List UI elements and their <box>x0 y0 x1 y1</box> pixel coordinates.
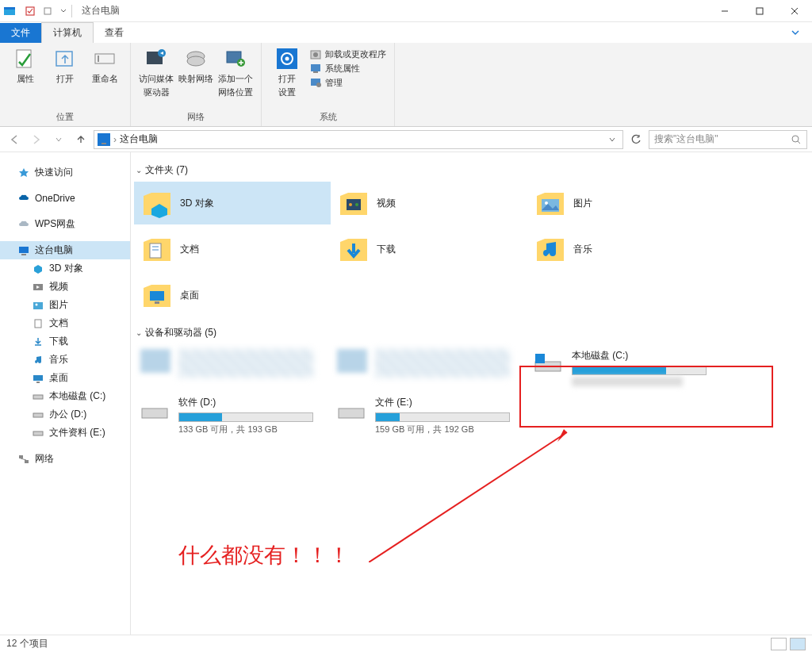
nav-back-button[interactable] <box>5 130 24 149</box>
qat-item-icon[interactable] <box>43 6 52 16</box>
ribbon-rename-button[interactable]: 重命名 <box>87 46 122 85</box>
media-icon <box>144 46 169 71</box>
qat-dropdown-icon[interactable] <box>60 8 67 14</box>
svg-line-47 <box>21 458 26 460</box>
drive-item-blurred-2[interactable] <box>331 344 527 391</box>
sidebar-item-music[interactable]: 音乐 <box>0 351 130 369</box>
folder-pictures[interactable]: 图片 <box>527 182 724 224</box>
folder-videos[interactable]: 视频 <box>331 182 527 224</box>
search-input[interactable]: 搜索"这台电脑" <box>649 130 807 149</box>
sidebar-item-drive-e[interactable]: 文件资料 (E:) <box>0 424 130 442</box>
view-large-icons-button[interactable] <box>790 638 806 650</box>
nav-recent-dropdown[interactable] <box>49 130 68 149</box>
sidebar-wps[interactable]: WPS网盘 <box>0 215 130 233</box>
search-icon <box>791 134 802 145</box>
svg-line-32 <box>798 141 800 144</box>
tab-file[interactable]: 文件 <box>0 23 41 43</box>
sidebar-item-downloads[interactable]: 下载 <box>0 332 130 351</box>
svg-point-37 <box>36 303 38 305</box>
sidebar-this-pc[interactable]: 这台电脑 <box>0 241 130 259</box>
drive-icon-blurred <box>337 349 367 373</box>
uninstall-icon <box>309 48 322 60</box>
address-bar: › 这台电脑 搜索"这台电脑" <box>0 127 812 152</box>
ribbon-open-button[interactable]: 打开 <box>48 46 82 85</box>
content-area: ⌄ 文件夹 (7) 3D 对象 视频 图片 文档 下载 <box>131 152 812 635</box>
folder-3d-objects[interactable]: 3D 对象 <box>134 182 331 224</box>
folder-videos-icon <box>337 186 370 220</box>
address-dropdown-icon[interactable] <box>605 136 619 144</box>
drive-item-d[interactable]: 软件 (D:) 133 GB 可用，共 193 GB <box>134 391 331 440</box>
maximize-button[interactable] <box>742 0 777 22</box>
devices-section-header[interactable]: ⌄ 设备和驱动器 (5) <box>136 326 809 339</box>
ribbon-open-settings-button[interactable]: 打开 设置 <box>270 46 304 98</box>
folder-desktop[interactable]: 桌面 <box>134 274 331 316</box>
tab-view[interactable]: 查看 <box>94 23 135 43</box>
wps-cloud-icon <box>17 218 30 231</box>
drive-info-blurred <box>375 349 510 378</box>
ribbon-uninstall-button[interactable]: 卸载或更改程序 <box>309 48 386 60</box>
folder-music[interactable]: 音乐 <box>527 228 724 270</box>
ribbon-group-system-label: 系统 <box>320 109 337 125</box>
view-details-button[interactable] <box>771 638 787 650</box>
folder-documents[interactable]: 文档 <box>134 228 331 270</box>
title-bar: 这台电脑 <box>0 0 812 22</box>
settings-gear-icon <box>274 46 300 71</box>
svg-rect-46 <box>25 460 29 463</box>
ribbon-group-network-label: 网络 <box>187 109 205 125</box>
tab-computer[interactable]: 计算机 <box>41 22 94 43</box>
svg-rect-48 <box>347 199 361 210</box>
properties-icon <box>13 46 38 71</box>
sidebar-item-drive-d[interactable]: 办公 (D:) <box>0 405 130 424</box>
sidebar-item-desktop[interactable]: 桌面 <box>0 369 130 387</box>
sidebar-quick-access[interactable]: 快速访问 <box>0 163 130 182</box>
sidebar-item-drive-c[interactable]: 本地磁盘 (C:) <box>0 387 130 405</box>
address-segment[interactable]: 这台电脑 <box>120 132 158 146</box>
svg-rect-34 <box>21 254 26 255</box>
music-icon <box>32 354 44 366</box>
cube-icon <box>32 263 44 275</box>
svg-rect-43 <box>33 413 43 417</box>
nav-forward-button[interactable] <box>27 130 46 149</box>
ribbon-system-properties-button[interactable]: 系统属性 <box>309 62 386 75</box>
sidebar-item-documents[interactable]: 文档 <box>0 314 130 332</box>
drive-item-blurred-1[interactable] <box>134 344 331 391</box>
address-input[interactable]: › 这台电脑 <box>94 130 623 149</box>
svg-rect-36 <box>33 302 43 309</box>
sidebar-item-pictures[interactable]: 图片 <box>0 296 130 314</box>
sidebar-item-3d[interactable]: 3D 对象 <box>0 259 130 278</box>
svg-point-22 <box>285 57 289 61</box>
sidebar-item-videos[interactable]: 视频 <box>0 278 130 296</box>
svg-rect-57 <box>155 301 159 304</box>
drive-e-icon <box>337 399 367 423</box>
ribbon-group-location-label: 位置 <box>56 109 74 125</box>
ribbon-access-media-button[interactable]: 访问媒体 驱动器 <box>139 46 174 98</box>
qat-properties-icon[interactable] <box>25 6 35 16</box>
svg-rect-44 <box>33 431 43 435</box>
ribbon-add-network-button[interactable]: 添加一个 网络位置 <box>218 46 253 98</box>
drive-icon <box>32 390 44 403</box>
drive-item-e[interactable]: 文件 (E:) 159 GB 可用，共 192 GB <box>331 391 527 440</box>
sidebar-onedrive[interactable]: OneDrive <box>0 190 130 207</box>
svg-point-24 <box>313 52 318 57</box>
close-button[interactable] <box>777 0 812 22</box>
folder-downloads[interactable]: 下载 <box>331 228 527 270</box>
ribbon-map-network-button[interactable]: 映射网络 <box>178 46 213 85</box>
onedrive-icon <box>17 192 30 205</box>
nav-up-button[interactable] <box>71 130 90 149</box>
refresh-button[interactable] <box>626 130 645 149</box>
svg-rect-61 <box>339 408 364 418</box>
ribbon-properties-button[interactable]: 属性 <box>8 46 43 85</box>
svg-point-50 <box>355 203 358 206</box>
picture-icon <box>32 299 44 312</box>
ribbon: 属性 打开 重命名 位置 访问媒体 驱动器 映射网络 <box>0 43 812 127</box>
svg-rect-38 <box>35 320 41 328</box>
svg-rect-30 <box>102 143 106 144</box>
minimize-button[interactable] <box>707 0 742 22</box>
ribbon-collapse-button[interactable] <box>790 27 806 43</box>
folders-section-header[interactable]: ⌄ 文件夹 (7) <box>136 163 809 177</box>
ribbon-manage-button[interactable]: 管理 <box>309 76 386 89</box>
sidebar-network[interactable]: 网络 <box>0 450 130 468</box>
svg-point-15 <box>187 56 205 66</box>
folder-music-icon <box>534 232 567 266</box>
search-placeholder: 搜索"这台电脑" <box>654 132 718 146</box>
